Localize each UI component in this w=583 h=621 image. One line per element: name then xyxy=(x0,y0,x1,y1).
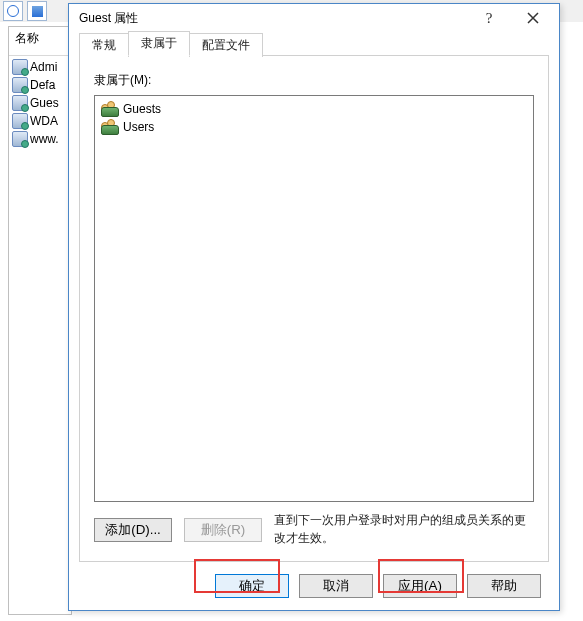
dialog-button-row: 确定 取消 应用(A) 帮助 xyxy=(79,562,549,602)
group-item-label: Users xyxy=(123,120,154,134)
list-item-label: Defa xyxy=(30,78,55,92)
relogon-hint: 直到下一次用户登录时对用户的组成员关系的更改才生效。 xyxy=(274,512,534,547)
column-header-name[interactable]: 名称 xyxy=(9,27,71,56)
titlebar-help-button[interactable]: ? xyxy=(467,5,511,31)
group-item[interactable]: Users xyxy=(101,118,527,136)
tab-general[interactable]: 常规 xyxy=(79,33,129,57)
user-icon xyxy=(12,77,28,93)
list-item-label: WDA xyxy=(30,114,58,128)
group-item[interactable]: Guests xyxy=(101,100,527,118)
titlebar[interactable]: Guest 属性 ? xyxy=(69,4,559,32)
list-item[interactable]: Defa xyxy=(9,76,71,94)
cancel-button[interactable]: 取消 xyxy=(299,574,373,598)
users-list-panel: 名称 Admi Defa Gues WDA www. xyxy=(8,26,72,615)
tab-page-member-of: 隶属于(M): Guests Users 添加(D)... 删除(R) xyxy=(79,56,549,562)
tab-member-of[interactable]: 隶属于 xyxy=(128,31,190,56)
apply-button[interactable]: 应用(A) xyxy=(383,574,457,598)
close-button[interactable] xyxy=(511,5,555,31)
list-item[interactable]: WDA xyxy=(9,112,71,130)
properties-dialog: Guest 属性 ? 常规 隶属于 配置文件 隶属于(M): Guests xyxy=(68,3,560,611)
user-icon xyxy=(12,95,28,111)
close-icon xyxy=(527,12,539,24)
remove-button: 删除(R) xyxy=(184,518,262,542)
group-icon xyxy=(101,101,117,117)
users-list: Admi Defa Gues WDA www. xyxy=(9,56,71,150)
add-button[interactable]: 添加(D)... xyxy=(94,518,172,542)
list-item-label: Gues xyxy=(30,96,59,110)
ok-button[interactable]: 确定 xyxy=(215,574,289,598)
group-listbox[interactable]: Guests Users xyxy=(94,95,534,502)
group-icon xyxy=(101,119,117,135)
toolbar-help-icon[interactable] xyxy=(3,1,23,21)
list-item-label: www. xyxy=(30,132,59,146)
add-remove-row: 添加(D)... 删除(R) 直到下一次用户登录时对用户的组成员关系的更改才生效… xyxy=(94,512,534,547)
member-of-label: 隶属于(M): xyxy=(94,72,534,89)
user-icon xyxy=(12,113,28,129)
user-icon xyxy=(12,59,28,75)
dialog-body: 常规 隶属于 配置文件 隶属于(M): Guests Users xyxy=(69,32,559,610)
tab-profile[interactable]: 配置文件 xyxy=(189,33,263,57)
toolbar-properties-icon[interactable] xyxy=(27,1,47,21)
list-item[interactable]: www. xyxy=(9,130,71,148)
tabbar: 常规 隶属于 配置文件 xyxy=(79,32,549,56)
help-button[interactable]: 帮助 xyxy=(467,574,541,598)
list-item[interactable]: Admi xyxy=(9,58,71,76)
user-icon xyxy=(12,131,28,147)
list-item[interactable]: Gues xyxy=(9,94,71,112)
list-item-label: Admi xyxy=(30,60,57,74)
dialog-title: Guest 属性 xyxy=(79,10,467,27)
group-item-label: Guests xyxy=(123,102,161,116)
